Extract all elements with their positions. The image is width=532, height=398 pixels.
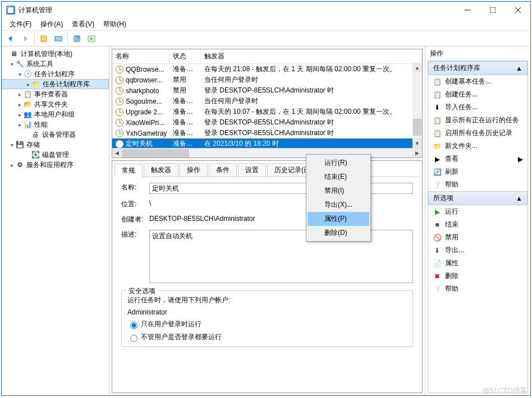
col-state[interactable]: 状态 (169, 49, 201, 63)
properties-icon[interactable] (37, 33, 51, 45)
tree-tasklib[interactable]: ▸📁任务计划程序库 (2, 79, 109, 89)
action-item[interactable]: 🔄刷新 (428, 165, 528, 178)
menu-help[interactable]: 帮助(H) (99, 18, 131, 30)
minimize-button[interactable] (455, 2, 480, 18)
window-title: 计算机管理 (19, 6, 455, 15)
action-item[interactable]: 📋启用所有任务历史记录 (428, 127, 528, 140)
task-row[interactable]: SogouIme...准备就绪当任何用户登录时 (112, 96, 422, 107)
svg-text:?: ? (75, 35, 79, 43)
actions-section-selection[interactable]: 所选项▲ (428, 191, 528, 205)
folder-icon: 📁 (31, 80, 40, 89)
tab-triggers[interactable]: 触发器 (144, 163, 178, 177)
tree-shared[interactable]: ▸📂共享文件夹 (2, 99, 109, 109)
view-icon[interactable] (52, 33, 65, 45)
action-item[interactable]: ❔帮助 (428, 283, 528, 295)
back-button[interactable] (4, 33, 17, 45)
tree-diskmgmt[interactable]: 💽磁盘管理 (2, 150, 109, 160)
computer-icon: 🖥 (10, 49, 19, 58)
actions-section-lib[interactable]: 任务计划程序库▲ (428, 61, 528, 75)
menubar: 文件(F) 操作(A) 查看(V) 帮助(H) (2, 18, 530, 31)
list-header: 名称 状态 触发器 (112, 49, 422, 64)
tree-users[interactable]: ▸👥本地用户和组 (2, 109, 109, 119)
disk-icon: 💽 (31, 150, 40, 159)
task-row[interactable]: qqbrowser...禁用当任何用户登录时 (112, 75, 422, 85)
col-trigger[interactable]: 触发器 (201, 49, 422, 63)
task-row[interactable]: YxhGametray准备就绪登录 DESKTOP-8E5SLCH\Admini… (112, 128, 422, 138)
action-item[interactable]: 🚫禁用 (428, 231, 528, 244)
device-icon: 🖨 (31, 130, 40, 139)
task-row[interactable]: sharkphoto禁用登录 DESKTOP-8E5SLCH\Administr… (112, 85, 422, 96)
clock-icon (116, 119, 123, 127)
tree-pane[interactable]: 🖥计算机管理(本地) ▾🔧系统工具 ▾🕒任务计划程序 ▸📁任务计划程序库 ▸📋事… (2, 47, 109, 395)
action-item[interactable]: 📋显示所有正在运行的任务 (428, 114, 528, 127)
cm-delete[interactable]: 删除(D) (308, 226, 369, 240)
context-menu[interactable]: 运行(R) 结束(E) 禁用(I) 导出(X)... 属性(P) 删除(D) (306, 154, 371, 242)
list-rows[interactable]: QQBrowse...准备就绪在每天的 21:08 - 触发后，在 1 天 期间… (112, 64, 422, 148)
center-pane: 名称 状态 触发器 QQBrowse...准备就绪在每天的 21:08 - 触发… (109, 47, 425, 395)
action-item[interactable]: ▶运行 (428, 205, 528, 218)
tabs: 常规 触发器 操作 条件 设置 历史记录(已禁用) (112, 161, 422, 177)
radio-onlogin[interactable] (130, 322, 137, 329)
task-row[interactable]: Upgrade 2...准备就绪在每天的 10:07 - 触发后，在 1 天 期… (112, 107, 422, 117)
action-icon: 📁 (433, 142, 442, 151)
col-name[interactable]: 名称 (112, 49, 169, 63)
desc-field[interactable] (149, 230, 413, 283)
tree-root[interactable]: 🖥计算机管理(本地) (2, 49, 109, 59)
horizontal-scrollbar[interactable]: ◀▶ (112, 148, 422, 158)
tab-conditions[interactable]: 条件 (209, 163, 237, 177)
tree-devmgr[interactable]: 🖨设备管理器 (2, 129, 109, 140)
action-item[interactable]: 📁新文件夹... (428, 140, 528, 152)
help-icon[interactable]: ? (70, 33, 84, 45)
action-icon: 📋 (433, 90, 442, 99)
tree-perf[interactable]: ▸📊性能 (2, 119, 109, 129)
maximize-button[interactable] (480, 2, 505, 18)
menu-action[interactable]: 操作(A) (36, 18, 67, 30)
tree-services[interactable]: ▸⚙服务和应用程序 (2, 160, 109, 170)
action-icon: 🚫 (433, 233, 442, 242)
action-item[interactable]: ⬇导入任务... (428, 101, 528, 114)
menu-file[interactable]: 文件(F) (5, 18, 36, 30)
tree-tasksched[interactable]: ▾🕒任务计划程序 (2, 69, 109, 79)
titlebar: 计算机管理 (2, 2, 530, 18)
close-button[interactable] (505, 2, 530, 18)
tree-eventviewer[interactable]: ▸📋事件查看器 (2, 89, 109, 99)
tab-actions[interactable]: 操作 (180, 163, 208, 177)
vertical-scrollbar[interactable]: ▲▼ (412, 63, 422, 148)
cm-end[interactable]: 结束(E) (308, 170, 369, 184)
cm-disable[interactable]: 禁用(I) (308, 184, 369, 198)
tree-systools[interactable]: ▾🔧系统工具 (2, 59, 109, 69)
task-row[interactable]: 定时关机准备就绪在 2021/3/10 的 18:20 时 (112, 138, 422, 148)
action-item[interactable]: ✖删除 (428, 270, 528, 283)
run-icon[interactable] (85, 33, 98, 45)
location-label: 位置: (121, 200, 149, 209)
security-group: 安全选项 运行任务时，请使用下列用户帐户: Administrator 只在用户… (121, 290, 413, 347)
action-item[interactable]: 📋创建任务... (428, 88, 528, 101)
action-item[interactable]: ▶查看▶ (428, 152, 528, 165)
action-item[interactable]: ⬇导出... (428, 244, 528, 257)
task-row[interactable]: QQBrowse...准备就绪在每天的 21:08 - 触发后，在 1 天 期间… (112, 64, 422, 75)
cm-run[interactable]: 运行(R) (308, 156, 369, 170)
action-icon: ⬇ (433, 103, 442, 112)
action-item[interactable]: 📋创建基本任务... (428, 75, 528, 88)
action-icon: 📋 (433, 129, 442, 138)
name-field[interactable] (149, 183, 413, 194)
radio-always[interactable] (130, 335, 137, 342)
location-value: \ (149, 200, 413, 207)
action-icon: ⬇ (433, 246, 442, 255)
tab-general[interactable]: 常规 (114, 164, 143, 177)
tree-storage[interactable]: ▾💾存储 (2, 140, 109, 150)
cm-export[interactable]: 导出(X)... (308, 198, 369, 212)
desc-label: 描述: (121, 230, 149, 239)
action-item[interactable]: 📄属性 (428, 257, 528, 270)
action-icon: ❔ (433, 181, 442, 189)
menu-view[interactable]: 查看(V) (67, 18, 99, 30)
tab-settings[interactable]: 设置 (238, 163, 266, 177)
cm-properties[interactable]: 属性(P) (308, 212, 369, 226)
task-row[interactable]: XiaoWeiPri...准备就绪登录 DESKTOP-8E5SLCH\Admi… (112, 117, 422, 128)
collapse-icon: ▲ (516, 195, 522, 202)
runas-label: 运行任务时，请使用下列用户帐户: (127, 295, 407, 305)
action-icon: ■ (433, 220, 442, 229)
action-item[interactable]: ■结束 (428, 218, 528, 231)
forward-button[interactable] (19, 33, 32, 45)
action-item[interactable]: ❔帮助 (428, 178, 528, 191)
